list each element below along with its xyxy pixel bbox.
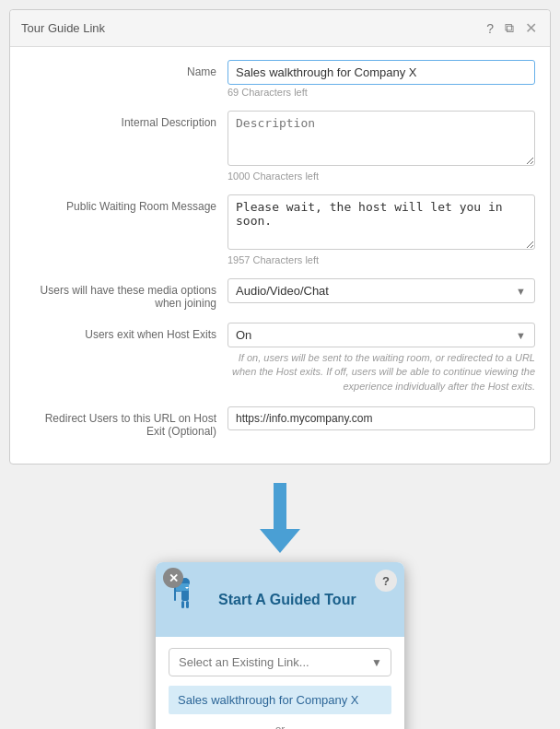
modal-header-title: Start A Guided Tour xyxy=(218,592,356,608)
waiting-room-char-count: 1957 Characters left xyxy=(228,254,535,265)
arrow-shaft xyxy=(274,483,286,529)
modal-question-icon: ? xyxy=(382,574,390,588)
modal-close-icon: ✕ xyxy=(169,571,179,585)
or-divider: or xyxy=(169,723,391,729)
help-icon-button[interactable]: ? xyxy=(484,19,496,38)
waiting-room-row: Public Waiting Room Message Please wait,… xyxy=(25,194,535,265)
host-exit-control: On Off ▼ If on, users will be sent to th… xyxy=(228,323,535,394)
modal-help-button[interactable]: ? xyxy=(375,570,397,592)
modal-card: ✕ xyxy=(156,562,404,729)
name-input[interactable] xyxy=(228,60,535,85)
description-control: 1000 Characters left xyxy=(228,111,535,182)
name-char-count: 69 Characters left xyxy=(228,87,535,98)
close-icon: ✕ xyxy=(525,19,537,37)
question-icon: ? xyxy=(486,21,494,36)
redirect-url-label: Redirect Users to this URL on Host Exit … xyxy=(25,406,228,438)
modal-close-button[interactable]: ✕ xyxy=(163,568,183,588)
panel-header: Tour Guide Link ? ⧉ ✕ xyxy=(10,10,550,47)
select-link-wrap: Select an Existing Link... Sales walkthr… xyxy=(169,648,391,676)
redirect-url-input[interactable] xyxy=(228,406,535,430)
copy-icon: ⧉ xyxy=(505,20,514,36)
redirect-url-row: Redirect Users to this URL on Host Exit … xyxy=(25,406,535,438)
arrow-connector xyxy=(0,474,560,562)
select-existing-link-select[interactable]: Select an Existing Link... Sales walkthr… xyxy=(169,648,391,676)
modal-card-wrapper: ✕ xyxy=(0,562,560,729)
close-button[interactable]: ✕ xyxy=(523,18,539,39)
name-label: Name xyxy=(25,60,228,78)
host-exit-note: If on, users will be sent to the waiting… xyxy=(228,351,535,394)
form-body: Name 69 Characters left Internal Descrip… xyxy=(10,47,550,464)
host-exit-select-wrap: On Off ▼ xyxy=(228,323,535,347)
copy-icon-button[interactable]: ⧉ xyxy=(503,18,516,38)
host-exit-row: Users exit when Host Exits On Off ▼ If o… xyxy=(25,323,535,394)
description-textarea[interactable] xyxy=(228,111,535,166)
media-options-select-wrap: Audio/Video/Chat Audio/Video Audio Only … xyxy=(228,278,535,303)
waiting-room-control: Please wait, the host will let you in so… xyxy=(228,194,535,265)
redirect-url-control xyxy=(228,406,535,430)
waiting-room-textarea[interactable]: Please wait, the host will let you in so… xyxy=(228,194,535,250)
dropdown-selected-option[interactable]: Sales walkthrough for Company X xyxy=(169,686,391,714)
media-options-row: Users will have these media options when… xyxy=(25,278,535,310)
description-char-count: 1000 Characters left xyxy=(228,170,535,182)
description-label: Internal Description xyxy=(25,111,228,129)
modal-header: Start A Guided Tour ? xyxy=(156,562,404,637)
modal-body: Select an Existing Link... Sales walkthr… xyxy=(156,637,404,729)
host-exit-label: Users exit when Host Exits xyxy=(25,323,228,341)
media-options-label: Users will have these media options when… xyxy=(25,278,228,310)
name-row: Name 69 Characters left xyxy=(25,60,535,98)
panel-header-icons: ? ⧉ ✕ xyxy=(484,18,539,39)
description-row: Internal Description 1000 Characters lef… xyxy=(25,111,535,182)
name-control: 69 Characters left xyxy=(228,60,535,98)
down-arrow-shape xyxy=(260,483,300,553)
svg-rect-6 xyxy=(181,601,184,608)
tour-guide-link-panel: Tour Guide Link ? ⧉ ✕ Name 69 Characters… xyxy=(9,9,551,464)
host-exit-select[interactable]: On Off xyxy=(228,323,535,347)
panel-title: Tour Guide Link xyxy=(21,21,105,35)
arrow-head xyxy=(260,529,300,553)
media-options-select[interactable]: Audio/Video/Chat Audio/Video Audio Only … xyxy=(228,278,535,303)
waiting-room-label: Public Waiting Room Message xyxy=(25,194,228,213)
media-options-control: Audio/Video/Chat Audio/Video Audio Only … xyxy=(228,278,535,303)
svg-rect-7 xyxy=(186,601,189,608)
